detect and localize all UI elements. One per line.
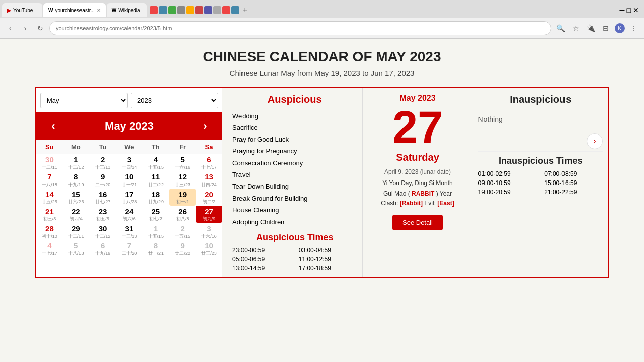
auspicious-time: 23:00-00:59 <box>232 247 291 254</box>
day-lunar: 十二/12 <box>91 234 115 239</box>
calendar-day[interactable]: 10廿一/21 <box>116 171 143 188</box>
calendar-day[interactable]: 1十五/15 <box>142 223 169 240</box>
see-detail-button[interactable]: See Detail <box>392 215 443 230</box>
close-window-button[interactable]: ✕ <box>633 6 639 14</box>
calendar-day[interactable]: 9二十/20 <box>90 171 116 188</box>
calendar-day[interactable]: 6十九/19 <box>90 240 116 257</box>
calendar-panel: May January February March April June Ju… <box>36 88 222 277</box>
calendar-day[interactable]: 8十九/19 <box>63 171 90 188</box>
year-select[interactable]: 2023 2021 2022 2024 2025 <box>131 93 218 108</box>
day-number: 8 <box>64 172 89 182</box>
reload-button[interactable]: ↻ <box>34 22 46 34</box>
calendar-day[interactable]: 1十二/12 <box>63 154 90 171</box>
calendar-day[interactable]: 2十五/15 <box>169 223 196 240</box>
calendar-day[interactable]: 5十八/18 <box>63 240 90 257</box>
day-number: 12 <box>170 172 195 182</box>
calendar-day[interactable]: 18廿九/29 <box>142 189 169 206</box>
auspicious-item: Praying for Pregnancy <box>232 145 355 157</box>
search-button[interactable]: 🔍 <box>554 22 567 34</box>
tab-label-2: yourchineseastr... <box>55 8 94 13</box>
calendar-day[interactable]: 13廿四/24 <box>196 171 222 188</box>
menu-button[interactable]: ⋮ <box>628 22 640 34</box>
calendar-day[interactable]: 28初十/10 <box>36 223 63 240</box>
day-number: 3 <box>197 224 221 234</box>
auspicious-list[interactable]: WeddingSacrificePray for Good LuckPrayin… <box>232 110 357 226</box>
new-tab-button[interactable]: + <box>243 6 247 15</box>
calendar-day[interactable]: 11廿二/22 <box>142 171 169 188</box>
calendar-day[interactable]: 23初五/5 <box>90 206 116 223</box>
browser-tab-2[interactable]: W yourchineseastr... ✕ <box>43 3 106 17</box>
calendar-day[interactable]: 12廿三/23 <box>169 171 196 188</box>
calendar-day[interactable]: 29十二/11 <box>63 223 90 240</box>
calendar-day[interactable]: 14廿五/25 <box>36 189 63 206</box>
day-lunar: 十二/11 <box>64 234 89 239</box>
weekday-su: Su <box>36 140 63 154</box>
day-lunar: 十八/18 <box>64 251 89 256</box>
calendar-header: ‹ May 2023 › <box>36 112 222 140</box>
calendar-month-title: May 2023 <box>105 120 154 133</box>
tab-favicon <box>195 6 203 14</box>
minimize-button[interactable]: ─ <box>620 6 625 14</box>
day-number: 9 <box>170 241 195 251</box>
profile-icon[interactable]: K <box>615 23 625 33</box>
calendar-day[interactable]: 19初一/1 <box>169 189 196 206</box>
day-number: 18 <box>143 190 168 200</box>
center-clash: Clash: [Rabbit] Evil: [East] <box>370 200 466 207</box>
calendar-day[interactable]: 3十四/14 <box>116 154 143 171</box>
calendar-day[interactable]: 9廿二/22 <box>169 240 196 257</box>
browser-tab-3[interactable]: W Wikipedia <box>107 3 147 17</box>
sidebar-button[interactable]: ⊟ <box>600 22 612 34</box>
calendar-day[interactable]: 6十七/17 <box>196 154 222 171</box>
day-number: 5 <box>170 155 195 165</box>
calendar-day[interactable]: 10廿三/23 <box>196 240 222 257</box>
calendar-day[interactable]: 25初七/7 <box>142 206 169 223</box>
calendar-day[interactable]: 17廿八/28 <box>116 189 143 206</box>
maximize-button[interactable]: □ <box>627 6 631 14</box>
calendar-day[interactable]: 22初四/4 <box>63 206 90 223</box>
inauspicious-time: 21:00-22:59 <box>544 189 603 196</box>
day-lunar: 十五/15 <box>143 234 168 239</box>
prev-month-button[interactable]: ‹ <box>44 117 62 135</box>
calendar-day[interactable]: 20初二/2 <box>196 189 222 206</box>
auspicious-times-section: Auspicious Times 23:00-00:5903:00-04:590… <box>232 228 357 272</box>
calendar-day[interactable]: 21初三/3 <box>36 206 63 223</box>
inauspicious-title: Inauspicious <box>478 94 603 105</box>
calendar-day[interactable]: 31十三/13 <box>116 223 143 240</box>
next-month-button[interactable]: › <box>196 117 214 135</box>
tab-close-2[interactable]: ✕ <box>97 8 101 13</box>
forward-button[interactable]: › <box>19 22 31 34</box>
next-day-button[interactable]: › <box>587 133 603 149</box>
browser-tab-1[interactable]: ▶ YouTube <box>2 3 42 17</box>
day-number: 6 <box>197 155 221 165</box>
day-lunar: 二十/20 <box>91 182 115 188</box>
bookmark-button[interactable]: ☆ <box>570 22 582 34</box>
calendar-day[interactable]: 3十六/16 <box>196 223 222 240</box>
day-number: 10 <box>117 172 142 182</box>
calendar-day[interactable]: 4十五/15 <box>142 154 169 171</box>
calendar-day[interactable]: 26初八/8 <box>169 206 196 223</box>
day-lunar: 廿二/22 <box>143 182 168 188</box>
calendar-day[interactable]: 24初六/6 <box>116 206 143 223</box>
calendar-day[interactable]: 27初九/9 <box>196 206 222 223</box>
calendar-day[interactable]: 30十二/11 <box>36 154 63 171</box>
browser-toolbar: ‹ › ↻ yourchineseastrology.com/calendar/… <box>0 18 644 38</box>
calendar-day[interactable]: 16廿七/27 <box>90 189 116 206</box>
tab-favicon <box>213 6 221 14</box>
calendar-day[interactable]: 7十八/18 <box>36 171 63 188</box>
auspicious-item: Break Ground for Building <box>232 193 355 204</box>
calendar-day[interactable]: 30十二/12 <box>90 223 116 240</box>
calendar-day[interactable]: 5十六/16 <box>169 154 196 171</box>
address-bar[interactable]: yourchineseastrology.com/calendar/2023/5… <box>49 21 551 35</box>
calendar-controls: May January February March April June Ju… <box>36 88 222 112</box>
day-number: 5 <box>64 241 89 251</box>
inauspicious-time: 09:00-10:59 <box>478 179 537 187</box>
extensions-button[interactable]: 🔌 <box>585 22 597 34</box>
month-select[interactable]: May January February March April June Ju… <box>40 93 128 108</box>
back-button[interactable]: ‹ <box>4 22 16 34</box>
calendar-day[interactable]: 2十三/13 <box>90 154 116 171</box>
calendar-day[interactable]: 15廿六/26 <box>63 189 90 206</box>
calendar-day[interactable]: 4十七/17 <box>36 240 63 257</box>
calendar-day[interactable]: 7二十/20 <box>116 240 143 257</box>
calendar-day[interactable]: 8廿一/21 <box>142 240 169 257</box>
day-number: 16 <box>91 190 115 200</box>
